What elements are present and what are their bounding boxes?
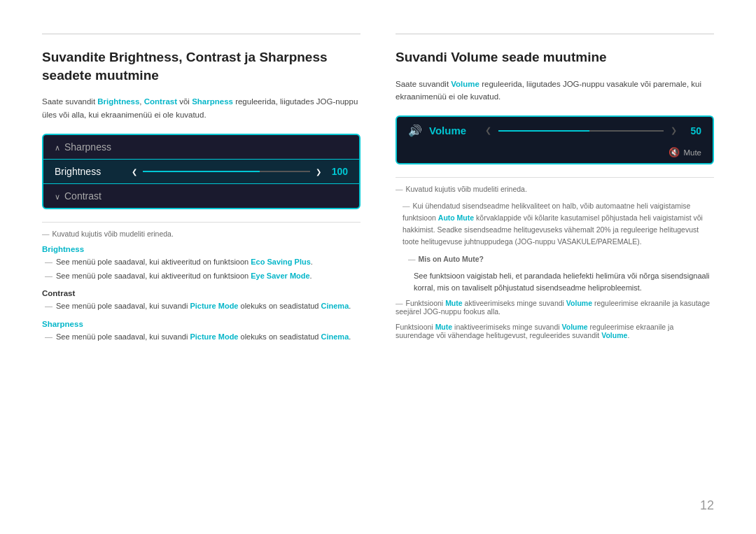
- right-intro: Saate suvandit Volume reguleerida, liigu…: [396, 78, 714, 104]
- brightness-slider: ❮ ❯ 100: [132, 166, 348, 177]
- sharpness-section-label: Sharpness: [42, 320, 360, 328]
- volume-left-arrow: ❮: [485, 126, 491, 135]
- osd-panel: Sharpness Brightness ❮ ❯ 100: [42, 134, 360, 209]
- brightness-note-2: — See menüü pole saadaval, kui aktiveeri…: [42, 270, 360, 283]
- volume-right-arrow: ❯: [671, 126, 677, 135]
- brightness-section-label: Brightness: [42, 245, 360, 253]
- sharpness-note-1: — See menüü pole saadaval, kui suvandi P…: [42, 331, 360, 344]
- right-note-mute-activate: —Funktsiooni Mute aktiveerimiseks minge …: [396, 299, 714, 316]
- right-title: Suvandi Volume seade muutmine: [396, 48, 714, 66]
- note-model: — Kuvatud kujutis võib mudeliti erineda.: [42, 230, 360, 238]
- right-note-automute-desc: See funktsioon vaigistab heli, et parand…: [396, 270, 714, 295]
- osd-row-sharpness: Sharpness: [43, 135, 359, 159]
- osd-row-contrast: Contrast: [43, 184, 359, 208]
- volume-slider-fill: [498, 130, 589, 132]
- volume-osd-panel: 🔊 Volume ❮ ❯ 50 🔇 Mute: [396, 115, 714, 164]
- volume-slider-track: [498, 130, 664, 132]
- osd-row-brightness: Brightness ❮ ❯ 100: [43, 159, 359, 184]
- slider-fill: [143, 171, 260, 172]
- contrast-section-label: Contrast: [42, 289, 360, 297]
- right-note-automute: —Kui ühendatud sisendseadme helikvalitee…: [396, 200, 714, 247]
- mute-button[interactable]: 🔇 Mute: [668, 147, 701, 157]
- right-note-automute-sub: —Mis on Auto Mute?: [396, 255, 714, 263]
- chevron-up-icon: [55, 141, 60, 153]
- volume-row: 🔊 Volume ❮ ❯ 50: [397, 117, 713, 144]
- right-note-mute-deactivate: Funktsiooni Mute inaktiveerimiseks minge…: [396, 323, 714, 339]
- left-column: Suvandite Brightness, Contrast ja Sharpn…: [42, 34, 360, 506]
- slider-right-arrow: ❯: [316, 168, 321, 176]
- mute-row: 🔇 Mute: [397, 144, 713, 163]
- slider-track: [143, 171, 310, 172]
- slider-left-arrow: ❮: [132, 168, 137, 176]
- volume-speaker-icon: 🔊: [408, 124, 422, 137]
- brightness-note-1: — See menüü pole saadaval, kui aktiveeri…: [42, 256, 360, 269]
- page-number: 12: [700, 498, 714, 513]
- right-note-model: — Kuvatud kujutis võib mudeliti erineda.: [396, 185, 714, 193]
- left-title: Suvandite Brightness, Contrast ja Sharpn…: [42, 48, 360, 84]
- contrast-note-1: — See menüü pole saadaval, kui suvandi P…: [42, 300, 360, 313]
- divider-1: [42, 222, 360, 223]
- mute-icon: 🔇: [668, 147, 680, 157]
- chevron-down-icon: [55, 190, 60, 202]
- right-column: Suvandi Volume seade muutmine Saate suva…: [396, 34, 714, 506]
- left-intro: Saate suvandit Brightness, Contrast või …: [42, 95, 360, 121]
- right-divider-1: [396, 177, 714, 178]
